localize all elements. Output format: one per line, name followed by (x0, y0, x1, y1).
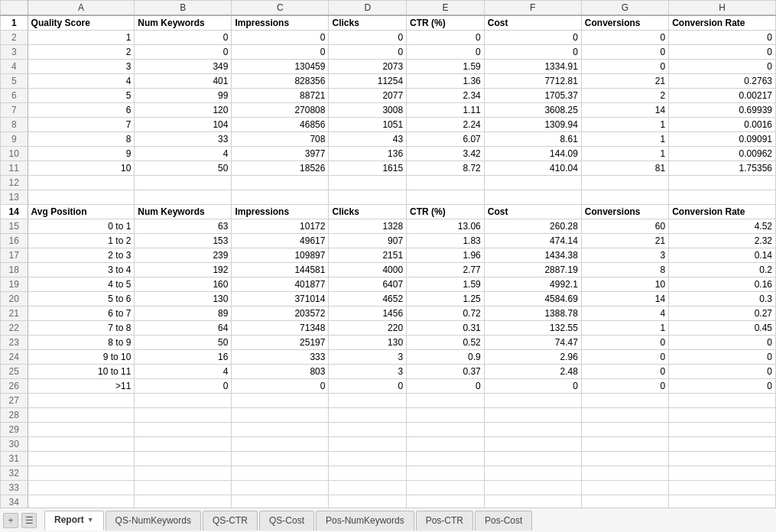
sheet-menu-button[interactable]: ☰ (21, 513, 37, 528)
cell-20-F[interactable]: 4584.69 (484, 292, 581, 307)
table-row[interactable]: 29 (1, 423, 776, 437)
cell-32-B[interactable] (135, 466, 232, 481)
cell-17-F[interactable]: 1434.38 (484, 248, 581, 263)
cell-11-G[interactable]: 81 (581, 161, 668, 176)
cell-21-G[interactable]: 4 (581, 307, 668, 321)
table-row[interactable]: 33 (1, 481, 776, 495)
cell-4-E[interactable]: 1.59 (407, 60, 485, 74)
cell-2-A[interactable]: 1 (28, 31, 135, 45)
cell-9-G[interactable]: 1 (581, 132, 668, 147)
cell-6-H[interactable]: 0.00217 (669, 89, 776, 103)
cell-22-H[interactable]: 0.45 (669, 321, 776, 336)
cell-2-E[interactable]: 0 (407, 31, 485, 45)
cell-16-G[interactable]: 21 (581, 234, 668, 248)
cell-33-A[interactable] (28, 481, 135, 495)
cell-6-D[interactable]: 2077 (329, 89, 407, 103)
cell-34-B[interactable] (135, 495, 232, 508)
cell-6-A[interactable]: 5 (28, 89, 135, 103)
cell-1-B[interactable]: Num Keywords (135, 15, 232, 31)
cell-6-E[interactable]: 2.34 (407, 89, 485, 103)
cell-1-E[interactable]: CTR (%) (407, 15, 485, 31)
cell-25-B[interactable]: 4 (135, 365, 232, 379)
cell-22-C[interactable]: 71348 (232, 321, 329, 336)
cell-21-A[interactable]: 6 to 7 (28, 307, 135, 321)
cell-34-C[interactable] (232, 495, 329, 508)
cell-10-A[interactable]: 9 (28, 147, 135, 161)
cell-27-E[interactable] (407, 394, 485, 408)
cell-17-E[interactable]: 1.96 (407, 248, 485, 263)
cell-2-G[interactable]: 0 (581, 31, 668, 45)
cell-17-B[interactable]: 239 (135, 248, 232, 263)
cell-12-H[interactable] (669, 176, 776, 190)
cell-13-A[interactable] (28, 190, 135, 205)
cell-11-A[interactable]: 10 (28, 161, 135, 176)
cell-5-B[interactable]: 401 (135, 74, 232, 89)
cell-5-E[interactable]: 1.36 (407, 74, 485, 89)
cell-32-F[interactable] (484, 466, 581, 481)
cell-14-B[interactable]: Num Keywords (135, 205, 232, 219)
cell-8-H[interactable]: 0.0016 (669, 118, 776, 132)
cell-23-H[interactable]: 0 (669, 336, 776, 350)
cell-6-F[interactable]: 1705.37 (484, 89, 581, 103)
tab-report[interactable]: Report▼ (44, 511, 104, 530)
table-row[interactable]: 161 to 2153496179071.83474.14212.32 (1, 234, 776, 248)
cell-24-H[interactable]: 0 (669, 350, 776, 365)
cell-20-D[interactable]: 4652 (329, 292, 407, 307)
cell-3-C[interactable]: 0 (232, 45, 329, 60)
cell-13-C[interactable] (232, 190, 329, 205)
cell-16-D[interactable]: 907 (329, 234, 407, 248)
cell-24-F[interactable]: 2.96 (484, 350, 581, 365)
cell-22-F[interactable]: 132.55 (484, 321, 581, 336)
cell-30-A[interactable] (28, 437, 135, 452)
cell-21-E[interactable]: 0.72 (407, 307, 485, 321)
cell-19-D[interactable]: 6407 (329, 277, 407, 292)
cell-32-H[interactable] (669, 466, 776, 481)
cell-27-B[interactable] (135, 394, 232, 408)
cell-9-H[interactable]: 0.09091 (669, 132, 776, 147)
cell-33-C[interactable] (232, 481, 329, 495)
cell-21-H[interactable]: 0.27 (669, 307, 776, 321)
cell-5-D[interactable]: 11254 (329, 74, 407, 89)
cell-9-F[interactable]: 8.61 (484, 132, 581, 147)
cell-27-A[interactable] (28, 394, 135, 408)
cell-5-C[interactable]: 828356 (232, 74, 329, 89)
cell-10-F[interactable]: 144.09 (484, 147, 581, 161)
cell-16-H[interactable]: 2.32 (669, 234, 776, 248)
table-row[interactable]: 871044685610512.241309.9410.0016 (1, 118, 776, 132)
cell-32-C[interactable] (232, 466, 329, 481)
tab-qs-ctr[interactable]: QS-CTR (203, 511, 258, 530)
cell-8-A[interactable]: 7 (28, 118, 135, 132)
table-row[interactable]: 14Avg PositionNum KeywordsImpressionsCli… (1, 205, 776, 219)
cell-5-F[interactable]: 7712.81 (484, 74, 581, 89)
cell-27-D[interactable] (329, 394, 407, 408)
table-row[interactable]: 27 (1, 394, 776, 408)
cell-34-D[interactable] (329, 495, 407, 508)
cell-31-E[interactable] (407, 452, 485, 466)
table-row[interactable]: 227 to 864713482200.31132.5510.45 (1, 321, 776, 336)
cell-7-C[interactable]: 270808 (232, 103, 329, 118)
cell-29-D[interactable] (329, 423, 407, 437)
col-header-f[interactable]: F (484, 1, 581, 16)
cell-18-A[interactable]: 3 to 4 (28, 263, 135, 277)
cell-10-C[interactable]: 3977 (232, 147, 329, 161)
cell-28-F[interactable] (484, 408, 581, 423)
cell-27-F[interactable] (484, 394, 581, 408)
cell-3-H[interactable]: 0 (669, 45, 776, 60)
cell-22-D[interactable]: 220 (329, 321, 407, 336)
cell-30-G[interactable] (581, 437, 668, 452)
cell-15-F[interactable]: 260.28 (484, 219, 581, 234)
cell-14-H[interactable]: Conversion Rate (669, 205, 776, 219)
cell-28-C[interactable] (232, 408, 329, 423)
table-row[interactable]: 26>110000000 (1, 379, 776, 394)
table-row[interactable]: 32 (1, 466, 776, 481)
cell-17-D[interactable]: 2151 (329, 248, 407, 263)
cell-2-H[interactable]: 0 (669, 31, 776, 45)
table-row[interactable]: 249 to 101633330.92.9600 (1, 350, 776, 365)
cell-13-D[interactable] (329, 190, 407, 205)
cell-18-E[interactable]: 2.77 (407, 263, 485, 277)
cell-19-E[interactable]: 1.59 (407, 277, 485, 292)
cell-34-F[interactable] (484, 495, 581, 508)
tab-pos-numkeywords[interactable]: Pos-NumKeywords (316, 511, 414, 530)
cell-34-A[interactable] (28, 495, 135, 508)
cell-15-D[interactable]: 1328 (329, 219, 407, 234)
